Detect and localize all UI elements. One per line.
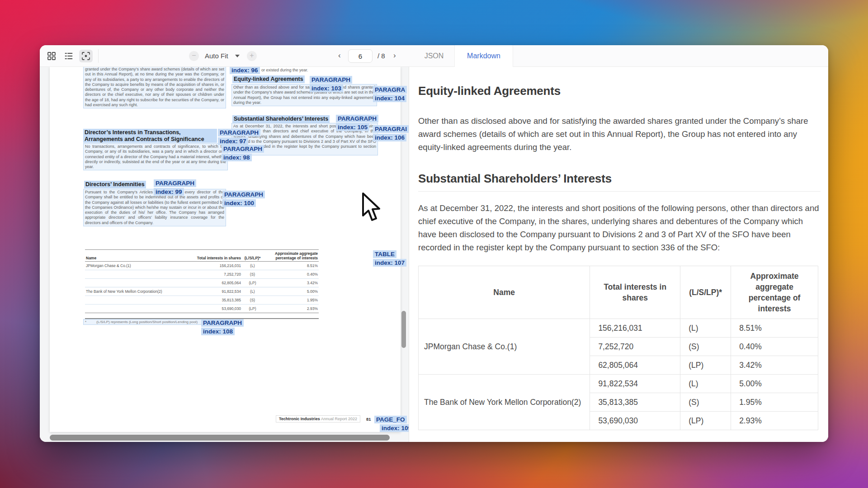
pdf-table-region[interactable]: Name Total interests in shares (L/S/LP)*… [85,249,319,313]
pdf-table-header: Name [85,250,181,262]
annotation-chip-103[interactable]: PARAGRAPHindex: 103 [310,76,352,92]
annotation-chip-99[interactable]: PARAGRAPHindex: 99 [154,179,196,196]
footnote-text: (L/S/LP) represents (Long position/Short… [96,320,198,324]
pdf-heading-director-interests[interactable]: Director’s Interests in Transactions, Ar… [83,129,217,143]
footer-page-number: 81 [366,417,371,422]
md-table-header: Total interests in shares [590,266,680,319]
table-row: 35,813,385(S)1.95% [85,296,319,305]
md-table-header: Name [419,266,590,319]
md-paragraph-substantial: As at December 31, 2022, the interests a… [418,202,821,254]
zoom-caret-icon[interactable] [235,55,240,57]
list-view-icon[interactable] [62,50,75,62]
toolbar-separator [98,49,99,63]
mouse-cursor-icon [359,192,383,223]
md-table: Name Total interests in shares (L/S/LP)*… [418,266,818,430]
pdf-table-header: Approximate aggregate percentage of inte… [263,250,319,262]
page-total-label: / 8 [377,52,385,60]
focus-region-icon[interactable] [79,50,93,62]
annotation-chip-105[interactable]: PARAGRAPHindex: 105 [336,115,378,131]
annotation-chip-106[interactable]: PARAGRAIindex: 106 [373,125,409,141]
zoom-in-button[interactable]: + [247,51,257,61]
footnote-marker: * [85,320,86,324]
tab-markdown-label: Markdown [467,52,500,60]
md-paragraph-equity: Other than as disclosed above and for sa… [418,114,821,154]
pdf-table-header: (L/S/LP)* [242,250,263,262]
md-table-header: Approximate aggregate percentage of inte… [731,266,818,319]
pdf-table-header: Total interests in shares [181,250,242,262]
heading-divider [418,191,821,192]
next-page-button[interactable]: › [393,51,396,60]
tab-markdown[interactable]: Markdown [454,45,513,67]
horizontal-scrollbar-thumb[interactable] [50,435,390,441]
table-row: The Bank of New York Mellon Corporation(… [419,375,818,393]
zoom-out-button[interactable]: − [189,51,199,61]
md-table-header: (L/S/LP)* [680,266,731,319]
app-window: − Auto Fit + ‹ / 8 › JSON Markdown grant… [40,45,828,442]
md-heading-substantial: Substantial Shareholders’ Interests [418,172,821,186]
annotation-chip-98[interactable]: PARAGRAPHindex: 98 [222,145,264,161]
zoom-level-label[interactable]: Auto Fit [205,52,228,60]
annotation-chip-97[interactable]: PARAGRAPHindex: 97 [218,129,260,145]
md-heading-equity: Equity-linked Agreements [418,84,821,98]
table-row: 62,805,064(LP)3.42% [85,279,319,287]
annotation-chip-96[interactable]: index: 96 [230,67,260,74]
pdf-text-fragment: or existed during the year. [261,68,352,73]
annotation-chip-108[interactable]: PARAGRAPHindex: 108 [201,319,244,335]
annotation-chip-104[interactable]: PARAGRAindex: 104 [373,86,407,102]
footer-brand: Techtronic Industries [279,417,320,421]
table-row: The Bank of New York Mellon Corporation(… [85,287,319,296]
grid-view-icon[interactable] [45,50,58,62]
tab-json[interactable]: JSON [414,45,454,67]
annotation-chip-109[interactable]: PAGE_FOindex: 109 [374,416,409,432]
markdown-preview-panel: Equity-linked Agreements Other than as d… [409,67,828,442]
table-row: 53,690,030(LP)2.93% [85,305,319,313]
pdf-page-footer[interactable]: Techtronic Industries Annual Report 2022 [276,415,360,422]
prev-page-button[interactable]: ‹ [338,51,341,60]
vertical-scrollbar-thumb[interactable] [401,311,406,348]
table-row: 7,252,720(S)0.40% [85,270,319,279]
page-input[interactable] [348,49,373,63]
annotation-chip-100[interactable]: PARAGRAPHindex: 100 [222,191,265,207]
footer-title: Annual Report 2022 [321,417,357,421]
pdf-page: granted under the Company’s share award … [50,67,401,432]
table-row: JPMorgan Chase & Co.(1) 156,216,031(L)8.… [419,319,818,338]
table-row: JPMorgan Chase & Co.(1)156,216,031(L)8.5… [85,262,319,270]
tab-json-label: JSON [425,52,444,60]
pdf-heading-indemnities[interactable]: Directors’ Indemnities [84,181,146,188]
pdf-heading-substantial[interactable]: Substantial Shareholders’ Interests [232,115,330,123]
annotation-chip-107[interactable]: TABLEindex: 107 [373,250,406,267]
pdf-heading-equity[interactable]: Equity-linked Agreements [232,75,305,83]
pdf-paragraph-region[interactable]: granted under the Company’s share award … [83,67,226,108]
pdf-viewer-panel: granted under the Company’s share award … [40,67,409,442]
pdf-paragraph-region[interactable]: Other than as disclosed above and for sa… [231,84,377,106]
toolbar: − Auto Fit + ‹ / 8 › JSON Markdown [40,45,828,67]
pdf-paragraph-region[interactable]: No transactions, arrangements and contra… [83,143,228,170]
